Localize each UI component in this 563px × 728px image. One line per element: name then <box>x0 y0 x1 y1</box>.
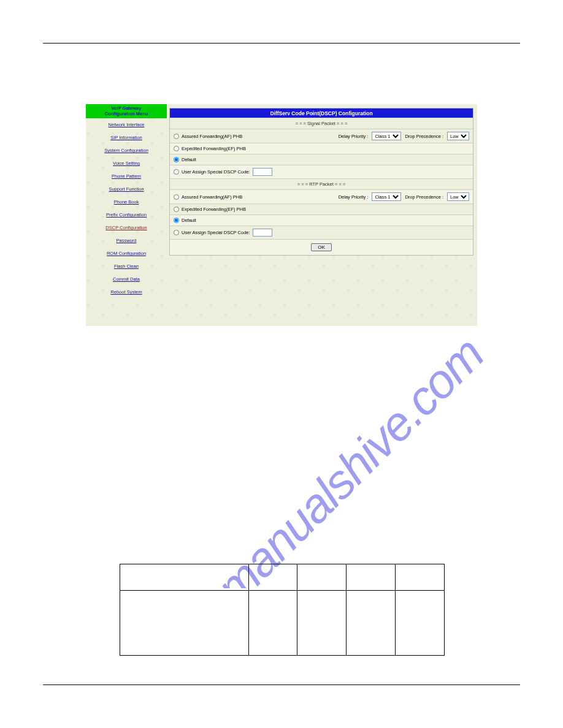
sidebar-item-commit-data[interactable]: Commit Data <box>86 273 167 286</box>
rtp-af-option[interactable]: Assured Forwarding(AF) PHB <box>174 194 242 200</box>
sidebar-item-prefix-configuration[interactable]: Prefix Configuration <box>86 208 167 221</box>
sidebar-item-rom-configuration[interactable]: ROM Configuration <box>86 247 167 260</box>
signal-default-option[interactable]: Default <box>174 157 196 162</box>
signal-user-row: User Assign Special DSCP Code: <box>170 165 473 178</box>
rtp-delay-select[interactable]: Class 1 <box>372 192 401 201</box>
rtp-ef-radio[interactable] <box>174 207 179 212</box>
sidebar-item-phone-book[interactable]: Phone Book <box>86 195 167 208</box>
signal-ef-option[interactable]: Expedited Forwarding(EF) PHB <box>174 146 246 151</box>
signal-default-radio[interactable] <box>174 157 179 162</box>
sidebar-item-flash-clean[interactable]: Flash Clean <box>86 260 167 273</box>
signal-user-code-input[interactable] <box>253 168 272 176</box>
sidebar-item-system-configuration[interactable]: System Configuration <box>86 144 167 157</box>
ok-row: OK <box>170 239 473 255</box>
signal-drop-label: Drop Precedence : <box>405 134 443 139</box>
page-bottom-rule <box>43 684 520 685</box>
rtp-af-radio[interactable] <box>174 194 179 200</box>
config-viewport: VoIP Gateway Configuration Menu Network … <box>86 104 477 326</box>
rtp-user-label: User Assign Special DSCP Code: <box>182 230 250 235</box>
watermark-text: manualshive.com <box>205 327 494 588</box>
sidebar-item-reboot-system[interactable]: Reboot System <box>86 286 167 298</box>
signal-ef-radio[interactable] <box>174 146 179 151</box>
rtp-default-label: Default <box>182 218 196 223</box>
signal-user-option[interactable]: User Assign Special DSCP Code: <box>174 169 250 175</box>
signal-user-radio[interactable] <box>174 169 179 175</box>
signal-af-row: Assured Forwarding(AF) PHB Delay Priorit… <box>170 129 473 143</box>
signal-delay-select[interactable]: Class 1 <box>372 132 401 140</box>
rtp-section-header: = = = RTP Packet = = = <box>170 178 473 189</box>
signal-drop-select[interactable]: Low <box>447 132 469 140</box>
rtp-af-row: Assured Forwarding(AF) PHB Delay Priorit… <box>170 189 473 203</box>
dscp-panel: DiffServ Code Point(DSCP) Configuration … <box>169 108 473 256</box>
signal-af-label: Assured Forwarding(AF) PHB <box>182 134 242 139</box>
signal-section-header: = = = Signal Packet = = = <box>170 118 473 129</box>
rtp-af-label: Assured Forwarding(AF) PHB <box>182 194 242 200</box>
sidebar-item-network-interface[interactable]: Network Interface <box>86 118 167 131</box>
rtp-user-option[interactable]: User Assign Special DSCP Code: <box>174 230 250 235</box>
sidebar-item-sip-information[interactable]: SIP Information <box>86 131 167 144</box>
page-top-rule <box>43 43 520 44</box>
rtp-ef-label: Expedited Forwarding(EF) PHB <box>182 207 246 212</box>
rtp-default-radio[interactable] <box>174 218 179 223</box>
rtp-drop-label: Drop Precedence : <box>405 194 443 200</box>
rtp-user-code-input[interactable] <box>253 229 272 237</box>
rtp-user-row: User Assign Special DSCP Code: <box>170 226 473 239</box>
table-row <box>120 590 445 655</box>
signal-af-option[interactable]: Assured Forwarding(AF) PHB <box>174 134 242 139</box>
signal-delay-label: Delay Priority : <box>339 134 369 139</box>
sidebar-item-phone-pattern[interactable]: Phone Pattern <box>86 170 167 183</box>
sidebar-item-dscp-configuration[interactable]: DSCP Configuration <box>86 221 167 234</box>
panel-title: DiffServ Code Point(DSCP) Configuration <box>170 108 473 118</box>
rtp-default-row: Default <box>170 214 473 226</box>
rtp-drop-select[interactable]: Low <box>447 192 469 201</box>
signal-ef-label: Expedited Forwarding(EF) PHB <box>182 146 246 151</box>
sidebar-item-password[interactable]: Password <box>86 234 167 247</box>
sidebar-item-support-function[interactable]: Support Function <box>86 183 167 195</box>
signal-ef-row: Expedited Forwarding(EF) PHB <box>170 143 473 154</box>
signal-af-radio[interactable] <box>174 134 179 139</box>
rtp-delay-label: Delay Priority : <box>339 194 369 200</box>
signal-default-row: Default <box>170 154 473 165</box>
rtp-ef-row: Expedited Forwarding(EF) PHB <box>170 203 473 214</box>
sidebar-header-line2: Configuration Menu <box>87 112 166 117</box>
ok-button[interactable]: OK <box>311 243 332 251</box>
rtp-default-option[interactable]: Default <box>174 218 196 223</box>
rtp-user-radio[interactable] <box>174 230 179 235</box>
sidebar-item-voice-setting[interactable]: Voice Setting <box>86 157 167 170</box>
sidebar: VoIP Gateway Configuration Menu Network … <box>86 104 167 298</box>
table-row <box>120 564 445 591</box>
signal-default-label: Default <box>182 157 196 162</box>
signal-user-label: User Assign Special DSCP Code: <box>182 169 250 175</box>
rtp-ef-option[interactable]: Expedited Forwarding(EF) PHB <box>174 207 246 212</box>
sidebar-header: VoIP Gateway Configuration Menu <box>86 104 167 118</box>
empty-table-outline <box>120 564 445 656</box>
